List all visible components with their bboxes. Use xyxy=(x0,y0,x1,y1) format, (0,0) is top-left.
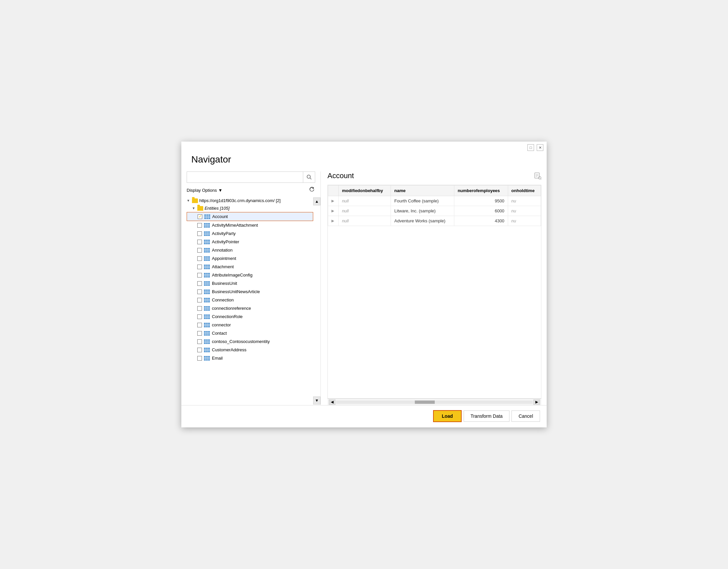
minimize-button[interactable]: □ xyxy=(527,144,534,151)
attachment-checkbox[interactable] xyxy=(197,264,202,269)
col-header-numberofemployees: numberofemployees xyxy=(454,185,508,196)
preview-title-text: Account xyxy=(327,171,354,180)
cell-name: Fourth Coffee (sample) xyxy=(391,196,454,206)
entity-item-connector[interactable]: connector xyxy=(187,321,320,329)
connector-checkbox[interactable] xyxy=(197,323,202,328)
annotation-checkbox[interactable] xyxy=(197,248,202,252)
entity-name: connectionreference xyxy=(212,306,251,311)
entity-item-connectionreference[interactable]: connectionreference xyxy=(187,304,320,313)
table-icon xyxy=(204,315,210,319)
connectionrole-checkbox[interactable] xyxy=(197,315,202,319)
businessunit-checkbox[interactable] xyxy=(197,281,202,286)
entity-name: ActivityParty xyxy=(212,231,236,236)
table-icon xyxy=(204,264,210,269)
activitypointer-checkbox[interactable] xyxy=(197,239,202,244)
entity-item-email[interactable]: Email xyxy=(187,354,320,362)
account-checkbox[interactable] xyxy=(198,214,202,219)
entity-item-connectionrole[interactable]: ConnectionRole xyxy=(187,313,320,321)
scroll-thumb xyxy=(415,401,435,404)
entity-item-attributeimageconfig[interactable]: AttributeImageConfig xyxy=(187,271,320,279)
svg-point-96 xyxy=(538,176,541,179)
svg-rect-57 xyxy=(204,306,210,311)
entity-name: BusinessUnitNewsArticle xyxy=(212,289,260,294)
tree-root[interactable]: ▼ https://org1d1f903c.crm.dynamics.com/ … xyxy=(187,197,320,204)
svg-rect-42 xyxy=(204,281,210,286)
table-icon xyxy=(204,256,210,261)
cancel-button[interactable]: Cancel xyxy=(511,411,540,422)
email-checkbox[interactable] xyxy=(197,356,202,361)
cell-numberofemployees: 4300 xyxy=(454,216,508,226)
table-row: ▶ null Adventure Works (sample) 4300 nu xyxy=(328,216,541,226)
display-options-row: Display Options ▼ xyxy=(181,186,320,197)
search-input[interactable] xyxy=(187,172,303,182)
load-button[interactable]: Load xyxy=(433,410,461,422)
entity-name: Email xyxy=(212,356,223,361)
dialog-footer: Load Transform Data Cancel xyxy=(181,405,547,427)
scroll-track[interactable] xyxy=(336,401,533,404)
col-header-rownum xyxy=(328,185,339,196)
entity-item-activitymimeattachment[interactable]: ActivityMimeAttachment xyxy=(187,221,320,229)
preview-icon xyxy=(534,172,541,179)
entity-item-contoso-customentity[interactable]: contoso_Contosocustomentity xyxy=(187,337,320,346)
entity-item-businessunitnewsarticle[interactable]: BusinessUnitNewsArticle xyxy=(187,288,320,296)
businessunitnewsarticle-checkbox[interactable] xyxy=(197,290,202,294)
table-row: ▶ null Fourth Coffee (sample) 9500 nu xyxy=(328,196,541,206)
table-icon xyxy=(204,281,210,286)
scroll-down-button[interactable]: ▼ xyxy=(313,397,320,405)
cell-name: Litware, Inc. (sample) xyxy=(391,206,454,216)
data-table: modifiedonbehalfby name numberofemployee… xyxy=(328,185,541,226)
transform-data-button[interactable]: Transform Data xyxy=(464,411,510,422)
navigator-dialog: □ ✕ Navigator Display Options ▼ xyxy=(181,142,547,427)
svg-rect-7 xyxy=(204,223,210,228)
horizontal-scrollbar: ◀ ▶ xyxy=(327,399,541,405)
activityparty-checkbox[interactable] xyxy=(197,231,202,236)
tree-area: ▼ https://org1d1f903c.crm.dynamics.com/ … xyxy=(181,197,320,405)
scroll-right-button[interactable]: ▶ xyxy=(533,400,540,405)
col-header-modifiedonbehalfby: modifiedonbehalfby xyxy=(338,185,391,196)
scroll-left-button[interactable]: ◀ xyxy=(329,400,335,405)
customeraddress-checkbox[interactable] xyxy=(197,348,202,352)
table-icon xyxy=(204,248,210,252)
close-button[interactable]: ✕ xyxy=(537,144,543,151)
scroll-up-button[interactable]: ▲ xyxy=(313,197,320,205)
entities-collapse-icon: ▼ xyxy=(192,206,195,210)
svg-line-97 xyxy=(541,179,541,179)
dialog-body: Display Options ▼ ▼ https://org1d1f903c.… xyxy=(181,171,547,405)
svg-rect-72 xyxy=(204,331,210,336)
appointment-checkbox[interactable] xyxy=(197,256,202,261)
entities-label: Entities [105] xyxy=(205,206,229,211)
refresh-button[interactable] xyxy=(309,186,315,194)
entity-item-annotation[interactable]: Annotation xyxy=(187,246,320,254)
svg-rect-17 xyxy=(204,239,210,244)
entity-item-activitypointer[interactable]: ActivityPointer xyxy=(187,237,320,246)
entity-item-businessunit[interactable]: BusinessUnit xyxy=(187,279,320,288)
row-num: ▶ xyxy=(328,206,339,216)
entity-item-appointment[interactable]: Appointment xyxy=(187,254,320,262)
svg-point-0 xyxy=(307,175,310,178)
svg-rect-82 xyxy=(204,348,210,352)
connectionreference-checkbox[interactable] xyxy=(197,306,202,311)
entity-name: CustomerAddress xyxy=(212,347,246,352)
chevron-down-icon: ▼ xyxy=(218,188,223,193)
entity-item-contact[interactable]: Contact xyxy=(187,329,320,337)
contoso-checkbox[interactable] xyxy=(197,339,202,344)
entities-row[interactable]: ▼ Entities [105] xyxy=(187,204,320,212)
entity-item-attachment[interactable]: Attachment xyxy=(187,262,320,271)
contact-checkbox[interactable] xyxy=(197,331,202,336)
entity-item-activityparty[interactable]: ActivityParty xyxy=(187,229,320,237)
connection-checkbox[interactable] xyxy=(197,298,202,303)
svg-line-1 xyxy=(310,178,311,179)
entity-name: contoso_Contosocustomentity xyxy=(212,339,270,344)
search-button[interactable] xyxy=(303,172,315,182)
entity-item-account[interactable]: Account xyxy=(187,212,313,221)
display-options-button[interactable]: Display Options ▼ xyxy=(187,188,223,193)
table-icon xyxy=(204,273,210,277)
attributeimageconfig-checkbox[interactable] xyxy=(197,273,202,277)
svg-rect-87 xyxy=(204,356,210,361)
svg-rect-27 xyxy=(204,256,210,261)
table-icon xyxy=(204,290,210,294)
entity-item-connection[interactable]: Connection xyxy=(187,296,320,304)
activitymimeattachment-checkbox[interactable] xyxy=(197,223,202,228)
row-num: ▶ xyxy=(328,216,339,226)
entity-item-customeraddress[interactable]: CustomerAddress xyxy=(187,346,320,354)
